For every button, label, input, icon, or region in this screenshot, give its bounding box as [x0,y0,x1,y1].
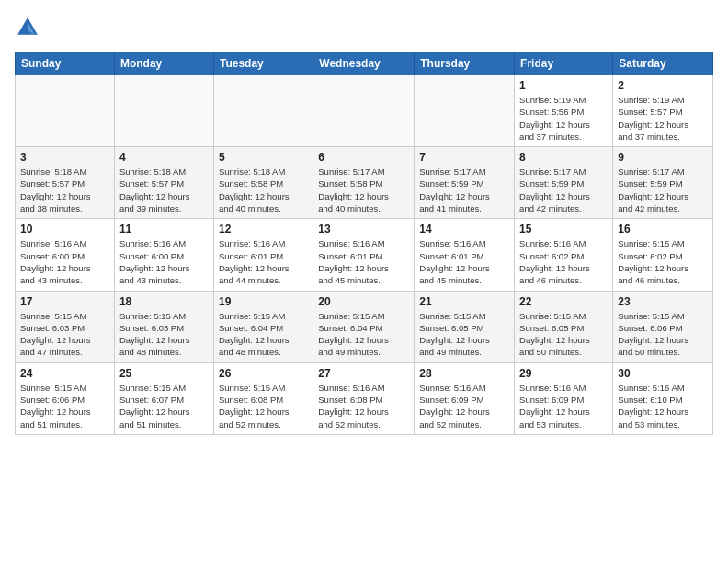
week-row-4: 17Sunrise: 5:15 AMSunset: 6:03 PMDayligh… [16,291,713,362]
weekday-wednesday: Wednesday [313,52,415,75]
day-number: 12 [219,223,308,236]
weekday-header-row: SundayMondayTuesdayWednesdayThursdayFrid… [16,52,713,75]
day-cell: 22Sunrise: 5:15 AMSunset: 6:05 PMDayligh… [515,291,613,362]
day-info: Sunrise: 5:15 AMSunset: 6:06 PMDaylight:… [618,310,708,359]
day-number: 20 [318,295,409,308]
day-info: Sunrise: 5:15 AMSunset: 6:04 PMDaylight:… [219,310,308,359]
day-info: Sunrise: 5:16 AMSunset: 6:01 PMDaylight:… [219,237,308,286]
day-info: Sunrise: 5:18 AMSunset: 5:58 PMDaylight:… [219,166,308,214]
weekday-sunday: Sunday [16,52,115,75]
day-cell: 27Sunrise: 5:16 AMSunset: 6:08 PMDayligh… [313,362,415,434]
day-cell: 17Sunrise: 5:15 AMSunset: 6:03 PMDayligh… [16,291,115,362]
day-info: Sunrise: 5:15 AMSunset: 6:05 PMDaylight:… [519,310,608,359]
day-number: 13 [318,223,409,236]
day-number: 2 [618,79,708,92]
day-info: Sunrise: 5:16 AMSunset: 6:01 PMDaylight:… [419,237,509,286]
logo [15,15,44,40]
day-info: Sunrise: 5:18 AMSunset: 5:57 PMDaylight:… [119,166,209,214]
day-number: 30 [618,367,708,380]
day-number: 10 [20,223,109,236]
day-info: Sunrise: 5:19 AMSunset: 5:56 PMDaylight:… [519,94,608,143]
calendar-table: SundayMondayTuesdayWednesdayThursdayFrid… [15,52,713,435]
day-number: 4 [119,151,209,164]
weekday-friday: Friday [515,52,613,75]
day-number: 26 [219,367,308,380]
day-number: 15 [519,223,608,236]
logo-icon [15,15,40,40]
day-number: 21 [419,295,509,308]
day-cell: 26Sunrise: 5:15 AMSunset: 6:08 PMDayligh… [213,362,313,434]
day-info: Sunrise: 5:19 AMSunset: 5:57 PMDaylight:… [618,94,708,143]
day-cell: 13Sunrise: 5:16 AMSunset: 6:01 PMDayligh… [313,219,415,291]
day-info: Sunrise: 5:16 AMSunset: 6:09 PMDaylight:… [419,382,509,431]
week-row-3: 10Sunrise: 5:16 AMSunset: 6:00 PMDayligh… [16,219,713,291]
weekday-tuesday: Tuesday [213,52,313,75]
day-info: Sunrise: 5:16 AMSunset: 6:10 PMDaylight:… [618,382,708,431]
day-number: 6 [318,151,409,164]
day-cell: 1Sunrise: 5:19 AMSunset: 5:56 PMDaylight… [515,75,613,147]
header [15,15,713,40]
day-number: 18 [119,295,209,308]
day-cell [313,75,415,147]
day-number: 8 [519,151,608,164]
day-info: Sunrise: 5:18 AMSunset: 5:57 PMDaylight:… [20,166,109,214]
day-info: Sunrise: 5:16 AMSunset: 6:01 PMDaylight:… [318,237,409,286]
day-number: 22 [519,295,608,308]
day-cell: 3Sunrise: 5:18 AMSunset: 5:57 PMDaylight… [16,147,115,219]
calendar-page: SundayMondayTuesdayWednesdayThursdayFrid… [0,0,728,446]
day-number: 24 [20,367,109,380]
day-info: Sunrise: 5:16 AMSunset: 6:09 PMDaylight:… [519,382,608,431]
day-number: 16 [618,223,708,236]
day-number: 29 [519,367,608,380]
day-info: Sunrise: 5:16 AMSunset: 6:02 PMDaylight:… [519,237,608,286]
day-cell: 15Sunrise: 5:16 AMSunset: 6:02 PMDayligh… [515,219,613,291]
day-cell: 8Sunrise: 5:17 AMSunset: 5:59 PMDaylight… [515,147,613,219]
day-info: Sunrise: 5:17 AMSunset: 5:58 PMDaylight:… [318,166,409,214]
week-row-5: 24Sunrise: 5:15 AMSunset: 6:06 PMDayligh… [16,362,713,434]
day-cell: 12Sunrise: 5:16 AMSunset: 6:01 PMDayligh… [213,219,313,291]
day-number: 17 [20,295,109,308]
day-cell: 4Sunrise: 5:18 AMSunset: 5:57 PMDaylight… [114,147,213,219]
day-info: Sunrise: 5:17 AMSunset: 5:59 PMDaylight:… [519,166,608,214]
day-number: 19 [219,295,308,308]
day-cell: 7Sunrise: 5:17 AMSunset: 5:59 PMDaylight… [415,147,515,219]
day-info: Sunrise: 5:15 AMSunset: 6:04 PMDaylight:… [318,310,409,359]
day-cell: 16Sunrise: 5:15 AMSunset: 6:02 PMDayligh… [613,219,713,291]
day-info: Sunrise: 5:16 AMSunset: 6:00 PMDaylight:… [20,237,109,286]
day-info: Sunrise: 5:15 AMSunset: 6:06 PMDaylight:… [20,382,109,431]
day-number: 23 [618,295,708,308]
day-number: 11 [119,223,209,236]
day-cell: 24Sunrise: 5:15 AMSunset: 6:06 PMDayligh… [16,362,115,434]
day-cell: 19Sunrise: 5:15 AMSunset: 6:04 PMDayligh… [213,291,313,362]
day-cell: 20Sunrise: 5:15 AMSunset: 6:04 PMDayligh… [313,291,415,362]
day-cell: 9Sunrise: 5:17 AMSunset: 5:59 PMDaylight… [613,147,713,219]
day-number: 3 [20,151,109,164]
day-cell: 11Sunrise: 5:16 AMSunset: 6:00 PMDayligh… [114,219,213,291]
day-number: 1 [519,79,608,92]
day-cell: 29Sunrise: 5:16 AMSunset: 6:09 PMDayligh… [515,362,613,434]
weekday-saturday: Saturday [613,52,713,75]
day-number: 5 [219,151,308,164]
day-number: 27 [318,367,409,380]
day-cell: 21Sunrise: 5:15 AMSunset: 6:05 PMDayligh… [415,291,515,362]
day-cell: 25Sunrise: 5:15 AMSunset: 6:07 PMDayligh… [114,362,213,434]
day-cell: 23Sunrise: 5:15 AMSunset: 6:06 PMDayligh… [613,291,713,362]
day-number: 25 [119,367,209,380]
day-cell: 6Sunrise: 5:17 AMSunset: 5:58 PMDaylight… [313,147,415,219]
day-info: Sunrise: 5:17 AMSunset: 5:59 PMDaylight:… [419,166,509,214]
day-info: Sunrise: 5:15 AMSunset: 6:08 PMDaylight:… [219,382,308,431]
day-info: Sunrise: 5:15 AMSunset: 6:02 PMDaylight:… [618,237,708,286]
day-info: Sunrise: 5:16 AMSunset: 6:08 PMDaylight:… [318,382,409,431]
day-number: 28 [419,367,509,380]
day-info: Sunrise: 5:16 AMSunset: 6:00 PMDaylight:… [119,237,209,286]
day-cell: 14Sunrise: 5:16 AMSunset: 6:01 PMDayligh… [415,219,515,291]
day-info: Sunrise: 5:15 AMSunset: 6:05 PMDaylight:… [419,310,509,359]
day-number: 9 [618,151,708,164]
week-row-1: 1Sunrise: 5:19 AMSunset: 5:56 PMDaylight… [16,75,713,147]
weekday-monday: Monday [114,52,213,75]
day-info: Sunrise: 5:17 AMSunset: 5:59 PMDaylight:… [618,166,708,214]
weekday-thursday: Thursday [415,52,515,75]
day-cell [213,75,313,147]
day-number: 7 [419,151,509,164]
day-cell: 5Sunrise: 5:18 AMSunset: 5:58 PMDaylight… [213,147,313,219]
